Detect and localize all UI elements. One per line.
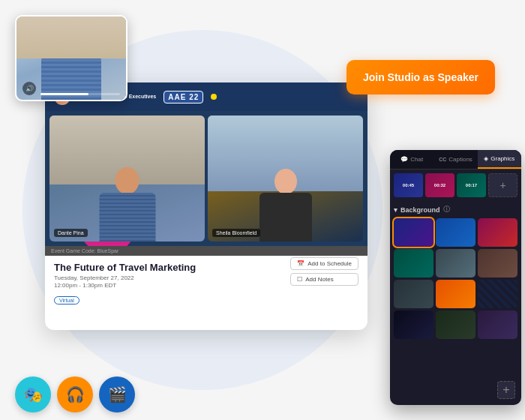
- audio-icon: 🔊: [22, 82, 36, 95]
- background-section: ▾ Background ⓘ: [390, 201, 521, 343]
- bg-thumbnail-grid: [394, 218, 518, 339]
- bg-thumb-6[interactable]: [478, 249, 518, 278]
- bg-thumb-1[interactable]: [394, 218, 434, 247]
- video-feed-sheila: Sheila Bloomfield: [208, 116, 363, 242]
- avatar-button[interactable]: 🎭: [15, 376, 51, 412]
- tab-chat[interactable]: 💬 Chat: [390, 150, 434, 169]
- bg-section-title: ▾ Background ⓘ: [394, 205, 518, 214]
- avatar-icon: 🎭: [24, 386, 43, 404]
- calendar-icon: 📅: [297, 260, 304, 267]
- thumbnail-grid: 00:45 00:32 00:17 +: [390, 170, 521, 201]
- graphics-icon: ◈: [484, 155, 488, 162]
- chevron-down-icon: ▾: [394, 206, 398, 214]
- camera-button[interactable]: 🎬: [99, 376, 135, 412]
- notes-icon: ☐: [297, 276, 302, 283]
- support-button[interactable]: 🎧: [57, 376, 93, 412]
- aae-badge: AAE 22: [164, 91, 203, 104]
- panel-add-button[interactable]: +: [497, 381, 515, 399]
- event-code-bar: Event Game Code: BlueSpar: [45, 246, 368, 256]
- join-studio-button[interactable]: Join Studio as Speaker: [346, 60, 495, 94]
- thumb-timer-1[interactable]: 00:45: [394, 173, 423, 197]
- chat-icon: 💬: [400, 156, 408, 163]
- studio-info: The Future of Travel Marketing Tuesday, …: [45, 256, 368, 310]
- yellow-dot: [211, 94, 217, 100]
- add-notes-button[interactable]: ☐ Add Notes: [290, 273, 358, 286]
- panel-tabs: 💬 Chat CC Captions ◈ Graphics: [390, 150, 521, 170]
- studio-window: ✈ Association of Airline Executives AAE …: [45, 82, 368, 330]
- add-to-schedule-button[interactable]: 📅 Add to Schedule: [290, 257, 358, 270]
- speaker1-name: Dante Pina: [54, 229, 88, 237]
- tab-captions[interactable]: CC Captions: [434, 150, 477, 169]
- bottom-toolbar: 🎭 🎧 🎬: [15, 376, 135, 412]
- tab-graphics[interactable]: ◈ Graphics: [478, 150, 521, 169]
- bg-thumb-4[interactable]: [394, 249, 434, 278]
- video-feed-dante: Dante Pina: [50, 116, 205, 242]
- bg-thumb-3[interactable]: [478, 218, 518, 247]
- headset-icon: 🎧: [66, 386, 85, 404]
- bg-thumb-5[interactable]: [436, 249, 476, 278]
- video-area: Dante Pina Sheila Bloomfield: [45, 111, 368, 246]
- thumb-add-button[interactable]: +: [488, 173, 518, 197]
- bg-thumb-9[interactable]: [478, 280, 518, 308]
- speaker2-name: Sheila Bloomfield: [212, 229, 260, 237]
- add-icon: +: [500, 179, 506, 191]
- event-actions: 📅 Add to Schedule ☐ Add Notes: [290, 257, 358, 286]
- thumb-timer-3[interactable]: 00:17: [457, 173, 486, 197]
- camera-icon: 🎬: [108, 386, 127, 404]
- info-icon: ⓘ: [443, 205, 450, 214]
- thumb-timer-2[interactable]: 00:32: [425, 173, 454, 197]
- bg-thumb-10[interactable]: [394, 310, 434, 339]
- bg-thumb-11[interactable]: [436, 310, 476, 339]
- bg-thumb-8[interactable]: [436, 280, 476, 308]
- bg-thumb-7[interactable]: [394, 280, 434, 308]
- bg-thumb-2[interactable]: [436, 218, 476, 247]
- bg-thumb-12[interactable]: [478, 310, 518, 339]
- plus-icon: +: [502, 383, 509, 397]
- captions-icon: CC: [439, 157, 446, 162]
- speaker-camera: 🔊: [15, 15, 128, 101]
- audio-progress: [40, 93, 120, 95]
- right-panel: 💬 Chat CC Captions ◈ Graphics 00:45 00:3…: [390, 150, 521, 405]
- event-tag: Virtual: [54, 296, 80, 304]
